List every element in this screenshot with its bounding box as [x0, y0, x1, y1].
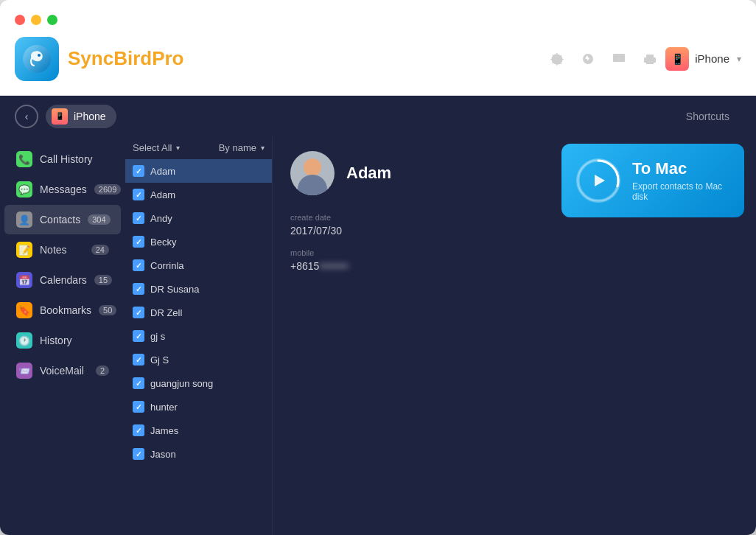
contact-checkbox[interactable] — [133, 448, 144, 460]
contact-checkbox[interactable] — [133, 189, 144, 200]
titlebar: SyncBirdPro 📱 iPhone ▾ — [0, 0, 756, 96]
monitor-icon[interactable] — [611, 51, 627, 67]
contact-row[interactable]: Becky — [125, 230, 272, 253]
contact-row[interactable]: guangjun song — [125, 371, 272, 395]
sort-button[interactable]: By name ▾ — [219, 142, 265, 153]
svg-point-1 — [38, 54, 41, 57]
sidebar-item-notes[interactable]: 📝 Notes 24 — [4, 235, 121, 265]
sidebar-item-messages[interactable]: 💬 Messages 2609 — [4, 175, 121, 204]
contact-checkbox[interactable] — [133, 354, 144, 366]
contact-checkbox[interactable] — [133, 165, 144, 177]
contact-header: Adam — [290, 151, 532, 195]
contact-row[interactable]: hunter — [125, 395, 272, 419]
maximize-button[interactable] — [47, 15, 57, 25]
sidebar-item-bookmarks[interactable]: 🔖 Bookmarks 50 — [4, 296, 121, 325]
contact-row[interactable]: Jason — [125, 442, 272, 466]
call-history-icon: 📞 — [16, 151, 32, 167]
select-all-button[interactable]: Select All ▾ — [133, 142, 180, 153]
contact-row[interactable]: DR Zell — [125, 301, 272, 324]
device-chevron-icon: ▾ — [737, 54, 741, 64]
history-label: History — [40, 335, 72, 346]
detail-pane: Adam Create Date 2017/07/30 mobile +8615… — [273, 136, 550, 535]
close-button[interactable] — [15, 15, 25, 25]
contact-checkbox[interactable] — [133, 330, 144, 342]
export-to-mac-card[interactable]: To Mac Export contacts to Mac disk — [561, 144, 744, 217]
app-logo-icon — [15, 37, 59, 81]
contacts-badge: 304 — [88, 214, 110, 225]
contact-checkbox[interactable] — [133, 307, 144, 318]
content-area: 📞 Call History 💬 Messages 2609 👤 Contact… — [0, 136, 756, 535]
contact-name-text: Corrinla — [150, 260, 184, 271]
contact-checkbox[interactable] — [133, 283, 144, 295]
mobile-label: mobile — [290, 248, 532, 257]
bookmarks-label: Bookmarks — [40, 304, 91, 316]
messages-badge: 2609 — [94, 184, 121, 195]
shortcuts-pane: To Mac Export contacts to Mac disk — [550, 136, 756, 535]
back-button[interactable]: ‹ — [15, 105, 38, 128]
messages-icon: 💬 — [16, 181, 32, 197]
contact-name-text: Gj S — [150, 354, 169, 366]
logo-area: SyncBirdPro — [15, 37, 184, 81]
app-name-suffix: Pro — [152, 47, 183, 69]
contact-name-text: Andy — [150, 213, 172, 224]
mobile-field: mobile +8615•••••••• — [290, 248, 532, 272]
create-date-value: 2017/07/30 — [290, 225, 532, 237]
contact-list: Adam Adam Andy Becky Corrinla DR Susana … — [125, 159, 272, 535]
contact-row[interactable]: Gj S — [125, 348, 272, 371]
voicemail-badge: 2 — [96, 366, 109, 376]
contact-row[interactable]: DR Susana — [125, 277, 272, 301]
bookmarks-icon: 🔖 — [16, 302, 32, 318]
contact-checkbox[interactable] — [133, 424, 144, 436]
sidebar: 📞 Call History 💬 Messages 2609 👤 Contact… — [0, 136, 125, 535]
contact-checkbox[interactable] — [133, 236, 144, 248]
export-info: To Mac Export contacts to Mac disk — [632, 159, 729, 202]
contact-name-text: James — [150, 425, 178, 436]
contact-checkbox[interactable] — [133, 212, 144, 224]
refresh-icon[interactable] — [580, 51, 596, 67]
sidebar-item-call-history[interactable]: 📞 Call History — [4, 144, 121, 174]
traffic-lights — [15, 15, 57, 25]
notes-badge: 24 — [91, 245, 109, 255]
contact-row[interactable]: James — [125, 419, 272, 442]
contact-row[interactable]: Andy — [125, 206, 272, 230]
contact-name-text: DR Zell — [150, 307, 182, 318]
call-history-label: Call History — [40, 153, 93, 165]
export-subtitle: Export contacts to Mac disk — [632, 181, 729, 202]
contact-checkbox[interactable] — [133, 401, 144, 413]
sidebar-item-calendars[interactable]: 📅 Calendars 15 — [4, 265, 121, 295]
contact-checkbox[interactable] — [133, 377, 144, 389]
contact-row[interactable]: Corrinla — [125, 253, 272, 277]
calendars-badge: 15 — [94, 275, 112, 285]
contact-name: Adam — [346, 164, 391, 183]
contact-name-text: guangjun song — [150, 378, 213, 389]
notes-label: Notes — [40, 244, 67, 256]
sidebar-item-voicemail[interactable]: 📨 VoiceMail 2 — [4, 356, 121, 385]
device-icon: 📱 — [665, 47, 689, 71]
mobile-value: +8615•••••••• — [290, 260, 532, 272]
sidebar-item-history[interactable]: 🕐 History — [4, 326, 121, 355]
contact-name-text: gj s — [150, 331, 165, 342]
contact-checkbox[interactable] — [133, 259, 144, 271]
main-toolbar: ‹ 📱 iPhone Shortcuts — [0, 96, 756, 136]
list-toolbar: Select All ▾ By name ▾ — [125, 136, 272, 159]
contact-name-text: Adam — [150, 166, 175, 177]
shortcuts-section-label: Shortcuts — [686, 111, 729, 122]
contact-name-text: Adam — [150, 189, 175, 200]
contact-row[interactable]: gj s — [125, 324, 272, 348]
contacts-icon: 👤 — [16, 211, 32, 228]
printer-icon[interactable] — [642, 51, 658, 67]
minimize-button[interactable] — [31, 15, 41, 25]
settings-icon[interactable] — [549, 51, 565, 67]
export-title: To Mac — [632, 159, 729, 178]
contact-row[interactable]: Adam — [125, 183, 272, 206]
contact-row[interactable]: Adam — [125, 159, 272, 183]
main-content: ‹ 📱 iPhone Shortcuts 📞 Call History 💬 Me… — [0, 96, 756, 535]
notes-icon: 📝 — [16, 242, 32, 258]
device-pill-icon: 📱 — [52, 108, 68, 125]
select-all-label: Select All — [133, 142, 172, 153]
contact-avatar — [290, 151, 335, 195]
device-pill[interactable]: 📱 iPhone — [46, 105, 116, 128]
device-badge[interactable]: 📱 iPhone ▾ — [665, 47, 741, 71]
contacts-label: Contacts — [40, 214, 80, 225]
sidebar-item-contacts[interactable]: 👤 Contacts 304 — [4, 205, 121, 234]
